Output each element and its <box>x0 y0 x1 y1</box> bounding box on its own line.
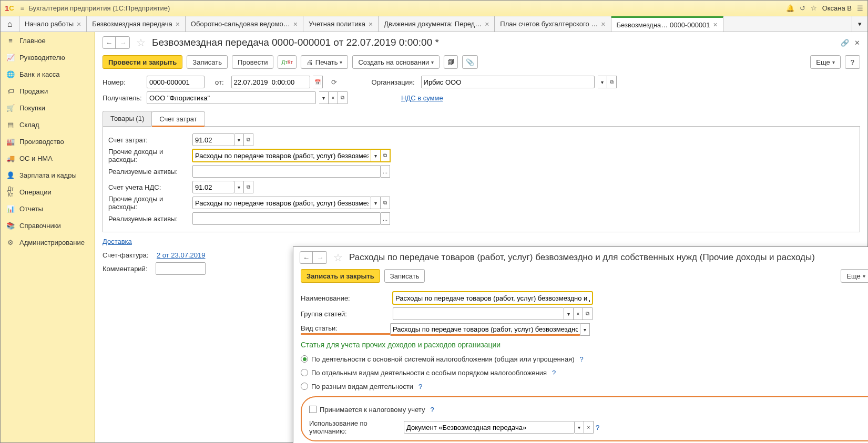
help-icon[interactable]: ? <box>552 369 556 377</box>
dropdown-icon[interactable]: ▾ <box>575 421 584 434</box>
tab-transfer[interactable]: Безвозмездная передача× <box>87 16 186 32</box>
refresh-icon[interactable]: ⟳ <box>331 78 337 86</box>
print-button[interactable]: 🖨 Печать▾ <box>301 55 348 69</box>
dropdown-icon[interactable]: ▾ <box>598 76 607 88</box>
close-icon[interactable]: × <box>77 20 81 28</box>
open-icon[interactable]: ⧉ <box>381 197 390 209</box>
sidebar-item-warehouse[interactable]: ▤Склад <box>1 116 95 133</box>
post-and-close-button[interactable]: Провести и закрыть <box>103 55 182 69</box>
comment-field[interactable] <box>156 262 206 275</box>
clear-icon[interactable]: × <box>574 307 583 320</box>
dropdown-icon[interactable]: ▾ <box>234 181 244 193</box>
tab-goods[interactable]: Товары (1) <box>103 111 152 126</box>
radio-mixed[interactable] <box>301 383 308 390</box>
more-icon[interactable]: … <box>381 212 390 225</box>
forward-button[interactable]: → <box>314 252 326 263</box>
radio-special-tax[interactable] <box>301 369 308 376</box>
sidebar-item-assets[interactable]: 🚚ОС и НМА <box>1 150 95 167</box>
save-button[interactable]: Записать <box>187 55 228 69</box>
sidebar-item-operations[interactable]: ДтКтОперации <box>1 183 95 200</box>
help-button[interactable]: ? <box>845 55 860 69</box>
sidebar-item-manager[interactable]: 📈Руководителю <box>1 49 95 66</box>
group-field[interactable] <box>393 307 564 320</box>
delivery-link[interactable]: Доставка <box>103 238 132 245</box>
open-icon[interactable]: ⧉ <box>244 133 253 146</box>
close-icon[interactable]: × <box>713 20 718 29</box>
dropdown-icon[interactable]: ▾ <box>319 91 329 104</box>
open-icon[interactable]: ⧉ <box>244 181 253 193</box>
history-icon[interactable]: ↺ <box>800 4 805 12</box>
star-icon[interactable]: ☆ <box>811 4 817 12</box>
save-button[interactable]: Записать <box>384 269 425 283</box>
close-icon[interactable]: × <box>485 20 489 28</box>
clear-icon[interactable]: × <box>329 91 338 104</box>
assets-field-2[interactable] <box>192 212 381 225</box>
dropdown-icon[interactable]: ▾ <box>580 323 590 336</box>
favorite-icon[interactable]: ☆ <box>333 251 343 264</box>
type-field[interactable] <box>390 323 580 336</box>
attach-button[interactable]: 📎 <box>462 55 478 69</box>
sidebar-item-payroll[interactable]: 👤Зарплата и кадры <box>1 167 95 183</box>
help-icon[interactable]: ? <box>596 424 599 431</box>
cost-account-field[interactable] <box>192 133 234 146</box>
close-icon[interactable]: × <box>601 20 605 28</box>
app-menu-icon[interactable]: ☰ <box>857 4 863 12</box>
open-icon[interactable]: ⧉ <box>338 91 348 104</box>
dt-kt-button[interactable]: ДтКт <box>278 55 297 69</box>
tab-accounts[interactable]: План счетов бухгалтерского …× <box>495 16 611 32</box>
link-icon[interactable]: 🔗 <box>841 39 849 47</box>
radio-main-tax[interactable] <box>301 355 308 363</box>
sidebar-item-refs[interactable]: 📚Справочники <box>1 217 95 234</box>
invoice-link[interactable]: 2 от 23.07.2019 <box>157 251 205 259</box>
sidebar-item-admin[interactable]: ⚙Администрирование <box>1 234 95 251</box>
bell-icon[interactable]: 🔔 <box>786 4 794 12</box>
tab-cost-account[interactable]: Счет затрат <box>151 111 205 127</box>
forward-button[interactable]: → <box>117 37 129 48</box>
more-icon[interactable]: … <box>381 165 390 178</box>
help-icon[interactable]: ? <box>580 355 584 363</box>
sidebar-item-production[interactable]: 🏭Производство <box>1 133 95 150</box>
calendar-icon[interactable]: 📅 <box>313 76 323 88</box>
tax-accounting-checkbox[interactable] <box>309 406 316 413</box>
other-income-field-2[interactable] <box>192 197 371 209</box>
save-and-close-button[interactable]: Записать и закрыть <box>301 269 380 283</box>
org-field[interactable] <box>421 76 595 88</box>
back-button[interactable]: ← <box>300 252 313 263</box>
sidebar-item-bank[interactable]: 🌐Банк и касса <box>1 66 95 83</box>
post-button[interactable]: Провести <box>232 55 274 69</box>
tab-movements[interactable]: Движения документа: Перед…× <box>379 16 495 32</box>
tab-balance[interactable]: Оборотно-сальдовая ведомо…× <box>186 16 303 32</box>
sidebar-item-purchases[interactable]: 🛒Покупки <box>1 99 95 116</box>
help-icon[interactable]: ? <box>430 406 434 414</box>
sidebar-item-main[interactable]: ≡Главное <box>1 32 95 49</box>
dropdown-icon[interactable]: ▾ <box>234 133 244 146</box>
reg-button[interactable]: 🗐 <box>444 55 458 69</box>
open-icon[interactable]: ⧉ <box>607 76 617 88</box>
date-field[interactable] <box>231 76 310 88</box>
open-icon[interactable]: ⧉ <box>381 149 390 162</box>
tab-overflow-button[interactable]: ▾ <box>852 16 867 32</box>
favorite-icon[interactable]: ☆ <box>136 36 146 49</box>
open-icon[interactable]: ⧉ <box>583 307 593 320</box>
sidebar-item-reports[interactable]: 📊Отчеты <box>1 200 95 217</box>
assets-field[interactable] <box>192 165 381 178</box>
main-menu-icon[interactable]: ≡ <box>21 4 25 12</box>
user-label[interactable]: Оксана В <box>822 4 852 12</box>
tab-policy[interactable]: Учетная политика× <box>303 16 379 32</box>
name-field[interactable] <box>393 292 593 304</box>
number-field[interactable] <box>147 76 205 88</box>
dropdown-icon[interactable]: ▾ <box>564 307 574 320</box>
dropdown-icon[interactable]: ▾ <box>371 197 381 209</box>
other-income-field[interactable] <box>192 149 371 162</box>
more-button[interactable]: Еще▾ <box>841 269 868 283</box>
tab-start[interactable]: Начало работы× <box>19 16 87 32</box>
home-tab[interactable]: ⌂ <box>1 16 19 32</box>
vat-link[interactable]: НДС в сумме <box>401 94 443 102</box>
create-based-button[interactable]: Создать на основании▾ <box>352 55 440 69</box>
default-use-field[interactable] <box>404 421 575 434</box>
clear-icon[interactable]: × <box>584 421 594 434</box>
close-icon[interactable]: × <box>293 20 298 28</box>
back-button[interactable]: ← <box>103 37 116 48</box>
help-icon[interactable]: ? <box>418 383 422 390</box>
close-icon[interactable]: × <box>176 20 180 28</box>
